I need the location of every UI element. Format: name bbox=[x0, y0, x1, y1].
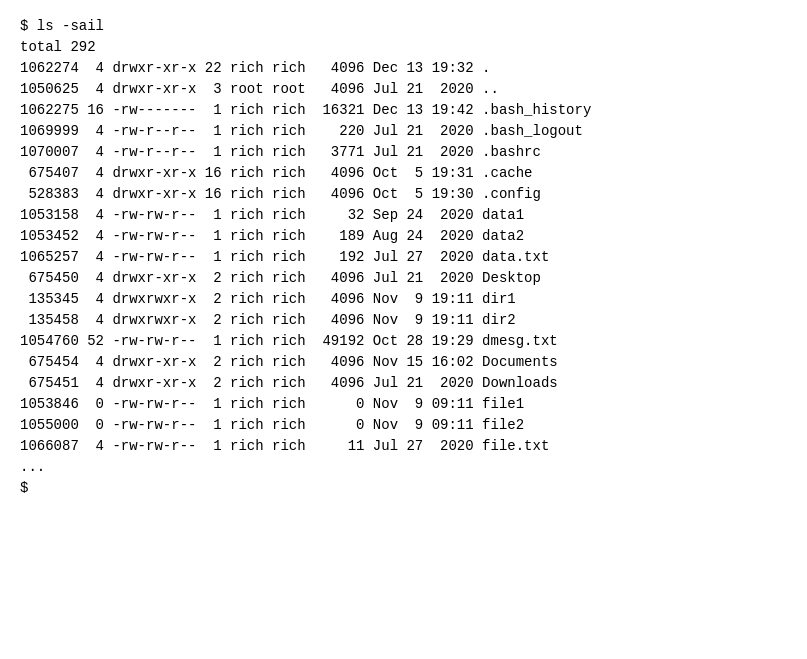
table-row: 1054760 52 -rw-rw-r-- 1 rich rich 49192 … bbox=[20, 331, 787, 352]
command-line: $ ls -sail bbox=[20, 16, 787, 37]
table-row: 1053158 4 -rw-rw-r-- 1 rich rich 32 Sep … bbox=[20, 205, 787, 226]
terminal: $ ls -sail total 292 1062274 4 drwxr-xr-… bbox=[20, 16, 787, 499]
table-row: 1062274 4 drwxr-xr-x 22 rich rich 4096 D… bbox=[20, 58, 787, 79]
file-listing: 1062274 4 drwxr-xr-x 22 rich rich 4096 D… bbox=[20, 58, 787, 457]
table-row: 1066087 4 -rw-rw-r-- 1 rich rich 11 Jul … bbox=[20, 436, 787, 457]
ellipsis-line: ... bbox=[20, 457, 787, 478]
table-row: 528383 4 drwxr-xr-x 16 rich rich 4096 Oc… bbox=[20, 184, 787, 205]
table-row: 1062275 16 -rw------- 1 rich rich 16321 … bbox=[20, 100, 787, 121]
table-row: 675450 4 drwxr-xr-x 2 rich rich 4096 Jul… bbox=[20, 268, 787, 289]
table-row: 135345 4 drwxrwxr-x 2 rich rich 4096 Nov… bbox=[20, 289, 787, 310]
prompt-end-line: $ bbox=[20, 478, 787, 499]
total-line: total 292 bbox=[20, 37, 787, 58]
table-row: 1050625 4 drwxr-xr-x 3 root root 4096 Ju… bbox=[20, 79, 787, 100]
table-row: 1069999 4 -rw-r--r-- 1 rich rich 220 Jul… bbox=[20, 121, 787, 142]
table-row: 1070007 4 -rw-r--r-- 1 rich rich 3771 Ju… bbox=[20, 142, 787, 163]
table-row: 135458 4 drwxrwxr-x 2 rich rich 4096 Nov… bbox=[20, 310, 787, 331]
table-row: 1065257 4 -rw-rw-r-- 1 rich rich 192 Jul… bbox=[20, 247, 787, 268]
table-row: 675451 4 drwxr-xr-x 2 rich rich 4096 Jul… bbox=[20, 373, 787, 394]
table-row: 1053846 0 -rw-rw-r-- 1 rich rich 0 Nov 9… bbox=[20, 394, 787, 415]
table-row: 1053452 4 -rw-rw-r-- 1 rich rich 189 Aug… bbox=[20, 226, 787, 247]
table-row: 675407 4 drwxr-xr-x 16 rich rich 4096 Oc… bbox=[20, 163, 787, 184]
table-row: 1055000 0 -rw-rw-r-- 1 rich rich 0 Nov 9… bbox=[20, 415, 787, 436]
table-row: 675454 4 drwxr-xr-x 2 rich rich 4096 Nov… bbox=[20, 352, 787, 373]
